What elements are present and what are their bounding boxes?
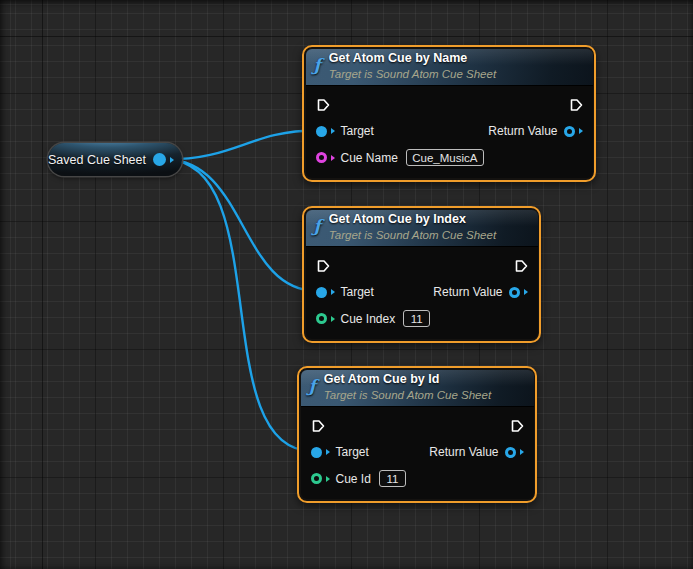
exec-out-pin[interactable] (569, 98, 583, 112)
pin-arrow-icon (331, 316, 335, 322)
pin-arrow-icon (326, 476, 330, 482)
cue-id-value-input[interactable] (379, 470, 406, 487)
cue-id-pin-label: Cue Id (336, 472, 371, 486)
object-pin-icon (505, 447, 516, 458)
pin-arrow-icon (331, 155, 335, 161)
int-pin-icon (316, 313, 327, 324)
blueprint-graph-canvas[interactable]: Saved Cue Sheet ƒ Get Atom Cue by Name T… (0, 0, 693, 569)
function-icon: ƒ (309, 378, 316, 395)
object-pin-icon (509, 287, 520, 298)
function-icon: ƒ (314, 218, 321, 235)
exec-in-pin[interactable] (316, 259, 330, 273)
pin-arrow-icon (331, 128, 335, 134)
node-subtitle: Target is Sound Atom Cue Sheet (329, 67, 496, 81)
node-get-atom-cue-by-name[interactable]: ƒ Get Atom Cue by Name Target is Sound A… (302, 45, 596, 182)
object-pin-icon (153, 153, 166, 166)
cue-index-pin-label: Cue Index (341, 312, 396, 326)
variable-output-pin[interactable] (153, 153, 174, 166)
node-title: Get Atom Cue by Index (329, 212, 496, 228)
return-pin-label: Return Value (488, 124, 557, 138)
node-header: ƒ Get Atom Cue by Index Target is Sound … (306, 210, 538, 247)
cue-name-input-pin[interactable]: Cue Name (316, 149, 484, 166)
pin-arrow-icon (579, 128, 583, 134)
node-title: Get Atom Cue by Id (324, 372, 491, 388)
node-title: Get Atom Cue by Name (329, 51, 496, 67)
variable-label: Saved Cue Sheet (48, 153, 146, 167)
pin-arrow-icon (520, 449, 524, 455)
wire-to-get-by-name[interactable] (166, 131, 317, 160)
return-value-output-pin[interactable]: Return Value (488, 124, 582, 138)
node-header: ƒ Get Atom Cue by Name Target is Sound A… (306, 49, 593, 86)
node-get-atom-cue-by-index[interactable]: ƒ Get Atom Cue by Index Target is Sound … (302, 206, 541, 343)
target-pin-label: Target (341, 285, 374, 299)
target-input-pin[interactable]: Target (316, 285, 374, 299)
cue-id-input-pin[interactable]: Cue Id (311, 470, 406, 487)
name-pin-icon (316, 152, 327, 163)
exec-in-pin[interactable] (311, 419, 325, 433)
exec-out-pin[interactable] (510, 419, 524, 433)
return-value-output-pin[interactable]: Return Value (429, 445, 523, 459)
function-icon: ƒ (314, 57, 321, 74)
object-pin-icon (564, 126, 575, 137)
target-input-pin[interactable]: Target (311, 445, 369, 459)
object-pin-icon (316, 287, 327, 298)
wire-to-get-by-index[interactable] (166, 160, 317, 292)
return-pin-label: Return Value (429, 445, 498, 459)
pin-arrow-icon (331, 289, 335, 295)
cue-name-pin-label: Cue Name (341, 151, 398, 165)
cue-index-input-pin[interactable]: Cue Index (316, 310, 431, 327)
target-input-pin[interactable]: Target (316, 124, 374, 138)
return-pin-label: Return Value (433, 285, 502, 299)
object-pin-icon (316, 126, 327, 137)
variable-node-saved-cue-sheet[interactable]: Saved Cue Sheet (48, 143, 182, 176)
exec-in-pin[interactable] (316, 98, 330, 112)
node-subtitle: Target is Sound Atom Cue Sheet (324, 388, 491, 402)
pin-arrow-icon (326, 449, 330, 455)
node-header: ƒ Get Atom Cue by Id Target is Sound Ato… (301, 370, 534, 407)
return-value-output-pin[interactable]: Return Value (433, 285, 527, 299)
int-pin-icon (311, 473, 322, 484)
cue-index-value-input[interactable] (403, 310, 430, 327)
pin-arrow-icon (524, 289, 528, 295)
target-pin-label: Target (336, 445, 369, 459)
exec-out-pin[interactable] (514, 259, 528, 273)
object-pin-icon (311, 447, 322, 458)
wire-to-get-by-id[interactable] (166, 160, 312, 452)
node-get-atom-cue-by-id[interactable]: ƒ Get Atom Cue by Id Target is Sound Ato… (297, 366, 537, 503)
pin-arrow-icon (170, 157, 174, 163)
cue-name-value-input[interactable] (406, 149, 484, 166)
node-subtitle: Target is Sound Atom Cue Sheet (329, 228, 496, 242)
target-pin-label: Target (341, 124, 374, 138)
